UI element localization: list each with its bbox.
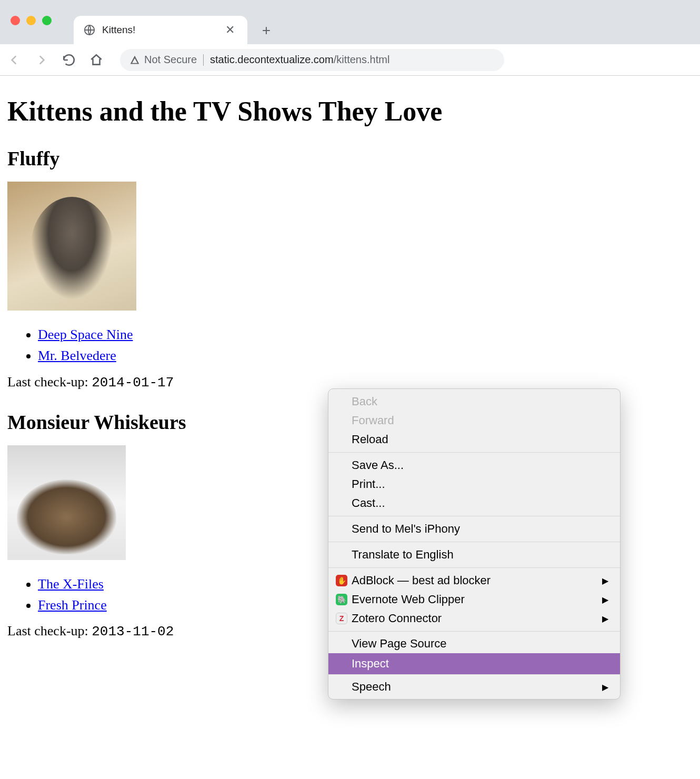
new-tab-button[interactable]: + — [256, 20, 277, 41]
kitten-image — [7, 445, 126, 560]
tab-close-button[interactable]: ✕ — [222, 22, 238, 38]
context-menu-send-to[interactable]: Send to Mel's iPhony — [328, 520, 620, 538]
context-menu-reload[interactable]: Reload — [328, 430, 620, 449]
context-menu-forward[interactable]: Forward — [328, 411, 620, 430]
chevron-right-icon: ▶ — [602, 595, 608, 605]
context-menu-view-source[interactable]: View Page Source — [328, 632, 620, 653]
show-link[interactable]: Deep Space Nine — [38, 327, 133, 342]
url-path: /kittens.html — [334, 54, 390, 65]
address-bar[interactable]: Not Secure static.decontextualize.com/ki… — [120, 49, 504, 71]
browser-toolbar: Not Secure static.decontextualize.com/ki… — [0, 44, 700, 76]
checkup-label: Last check-up: — [7, 374, 92, 390]
checkup-line: Last check-up: 2014-01-17 — [7, 374, 693, 391]
chevron-right-icon: ▶ — [602, 576, 608, 586]
evernote-icon: 🐘 — [336, 594, 347, 605]
browser-tab-strip: Kittens! ✕ + — [0, 0, 700, 44]
security-label: Not Secure — [144, 54, 197, 66]
checkup-date: 2014-01-17 — [92, 375, 174, 391]
window-maximize-button[interactable] — [42, 16, 52, 25]
checkup-label: Last check-up: — [7, 623, 92, 638]
list-item: Mr. Belvedere — [38, 345, 693, 366]
home-button[interactable] — [87, 51, 105, 69]
context-menu-speech[interactable]: Speech ▶ — [328, 674, 620, 699]
chevron-right-icon: ▶ — [602, 614, 608, 624]
context-menu-inspect[interactable]: Inspect — [328, 653, 620, 674]
url-display: static.decontextualize.com/kittens.html — [210, 54, 389, 66]
context-menu-back[interactable]: Back — [328, 392, 620, 411]
chevron-right-icon: ▶ — [602, 682, 608, 692]
zotero-icon: Z — [336, 613, 347, 624]
list-item: Deep Space Nine — [38, 324, 693, 345]
kitten-image — [7, 182, 136, 311]
forward-button[interactable] — [33, 51, 51, 69]
reload-button[interactable] — [60, 51, 78, 69]
divider — [203, 54, 204, 66]
show-link[interactable]: Mr. Belvedere — [38, 348, 116, 363]
browser-tab[interactable]: Kittens! ✕ — [74, 16, 247, 44]
show-link[interactable]: Fresh Prince — [38, 597, 107, 613]
kitten-heading: Fluffy — [7, 147, 693, 170]
context-menu-cast[interactable]: Cast... — [328, 494, 620, 513]
tab-title: Kittens! — [102, 24, 216, 36]
context-menu-zotero[interactable]: Z Zotero Connector ▶ — [328, 609, 620, 628]
url-host: static.decontextualize.com — [210, 54, 334, 65]
window-close-button[interactable] — [11, 16, 20, 25]
context-menu: Back Forward Reload Save As... Print... … — [328, 388, 621, 700]
context-menu-evernote[interactable]: 🐘 Evernote Web Clipper ▶ — [328, 590, 620, 609]
show-link[interactable]: The X-Files — [38, 576, 104, 592]
security-indicator[interactable]: Not Secure — [129, 54, 197, 66]
page-title: Kittens and the TV Shows They Love — [7, 96, 693, 127]
checkup-date: 2013-11-02 — [92, 624, 174, 640]
context-menu-save-as[interactable]: Save As... — [328, 456, 620, 475]
context-menu-adblock[interactable]: ✋ AdBlock — best ad blocker ▶ — [328, 571, 620, 590]
context-menu-translate[interactable]: Translate to English — [328, 545, 620, 564]
context-menu-print[interactable]: Print... — [328, 475, 620, 494]
window-minimize-button[interactable] — [26, 16, 36, 25]
window-controls — [11, 16, 52, 25]
back-button[interactable] — [5, 51, 23, 69]
adblock-icon: ✋ — [336, 575, 347, 586]
warning-icon — [129, 55, 140, 65]
globe-icon — [83, 24, 96, 36]
show-list: Deep Space Nine Mr. Belvedere — [38, 324, 693, 367]
